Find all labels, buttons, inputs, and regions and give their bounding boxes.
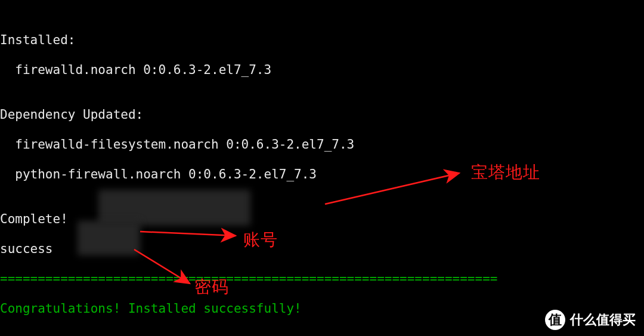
watermark-text: 什么值得买 bbox=[570, 311, 636, 329]
annotation-label-url: 宝塔地址 bbox=[471, 161, 540, 184]
text-line: Dependency Updated: bbox=[0, 107, 644, 122]
annotation-label-user: 账号 bbox=[243, 229, 278, 251]
redaction-block bbox=[98, 190, 250, 226]
watermark: 值 什么值得买 bbox=[545, 310, 636, 330]
terminal-output: Installed: firewalld.noarch 0:0.6.3-2.el… bbox=[0, 0, 644, 336]
annotation-label-pass: 密码 bbox=[194, 276, 229, 298]
text-line: firewalld-filesystem.noarch 0:0.6.3-2.el… bbox=[0, 137, 644, 152]
watermark-badge-icon: 值 bbox=[545, 310, 565, 330]
redaction-block bbox=[78, 221, 140, 255]
text-line: firewalld.noarch 0:0.6.3-2.el7_7.3 bbox=[0, 63, 644, 78]
separator-line: ========================================… bbox=[0, 331, 644, 336]
separator-line: ========================================… bbox=[0, 272, 644, 286]
text-line: Installed: bbox=[0, 33, 644, 48]
text-line: python-firewall.noarch 0:0.6.3-2.el7_7.3 bbox=[0, 167, 644, 182]
